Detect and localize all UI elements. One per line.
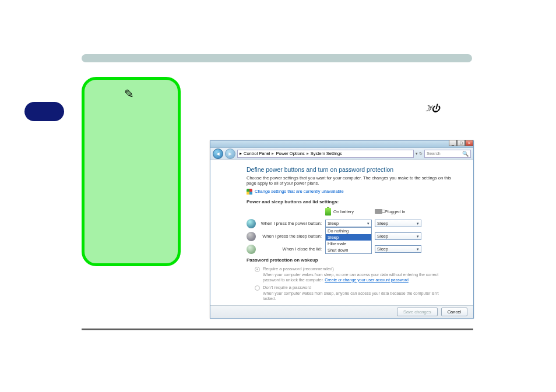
- page-description: Choose the power settings that you want …: [247, 175, 451, 186]
- sleep-button-plugged-dropdown[interactable]: Sleep ▾: [375, 232, 421, 240]
- chevron-right-icon: ▸: [272, 151, 274, 156]
- row-label: When I close the lid:: [259, 246, 325, 252]
- sleep-power-glyph-icon: ☽/⏻: [423, 103, 439, 114]
- radio-button: [255, 267, 260, 272]
- radio-label: Require a password (recommended): [263, 266, 334, 271]
- radio-dont-require-password: Don't require a password: [255, 285, 451, 291]
- explorer-nav-bar: ◄ ► ▸ Control Panel ▸ Power Options ▸ Sy…: [210, 148, 473, 160]
- chevron-down-icon: ▾: [417, 234, 419, 239]
- breadcrumb-root-icon: ▸: [240, 151, 242, 156]
- dropdown-option[interactable]: Sleep: [326, 234, 371, 241]
- dropdown-value: Sleep: [377, 246, 388, 252]
- chevron-right-icon: ▸: [307, 151, 309, 156]
- chevron-down-icon: ▾: [417, 221, 419, 226]
- column-label-battery: On battery: [333, 209, 354, 214]
- radio-require-password: Require a password (recommended): [255, 266, 451, 272]
- note-callout-box: ✎: [82, 77, 181, 266]
- window-close-button[interactable]: ×: [465, 140, 473, 146]
- row-label: When I press the power button:: [259, 221, 325, 226]
- radio-label: Don't require a password: [263, 285, 311, 290]
- sleep-button-icon: [247, 232, 256, 241]
- change-unavailable-settings-link[interactable]: Change settings that are currently unava…: [255, 189, 344, 194]
- dropdown-value: Sleep: [377, 234, 388, 239]
- uac-shield-icon: [247, 189, 252, 195]
- section-heading-password: Password protection on wakeup: [247, 257, 451, 263]
- breadcrumb-item[interactable]: Power Options: [276, 151, 304, 156]
- column-label-plugged: Plugged in: [385, 209, 405, 214]
- search-placeholder: Search: [427, 151, 441, 156]
- lid-plugged-dropdown[interactable]: Sleep ▾: [375, 245, 421, 253]
- chevron-down-icon: ▾: [367, 221, 370, 226]
- power-button-icon: [247, 219, 256, 228]
- save-changes-button[interactable]: Save changes: [397, 308, 438, 316]
- row-label: When I press the sleep button:: [259, 234, 325, 239]
- row-power-button: When I press the power button: Sleep ▾ D…: [247, 219, 451, 228]
- column-headers: On battery Plugged in: [247, 208, 451, 216]
- search-icon: 🔍: [462, 151, 469, 157]
- breadcrumb-item[interactable]: Control Panel: [244, 151, 270, 156]
- section-heading-buttons-lid: Power and sleep buttons and lid settings…: [247, 199, 451, 204]
- refresh-icon[interactable]: ▾ ↻: [416, 151, 423, 156]
- nav-back-button[interactable]: ◄: [213, 149, 223, 159]
- dropdown-option[interactable]: Do nothing: [326, 228, 371, 234]
- window-minimize-button[interactable]: _: [449, 140, 457, 146]
- power-button-battery-dropdown[interactable]: Sleep ▾ Do nothing Sleep Hibernate Shut …: [325, 220, 372, 227]
- chevron-down-icon: ▾: [417, 247, 419, 252]
- system-settings-window: _ □ × ◄ ► ▸ Control Panel ▸ Power Option…: [210, 140, 474, 319]
- dropdown-option[interactable]: Hibernate: [326, 241, 371, 247]
- window-footer: Save changes Cancel: [210, 305, 473, 318]
- lid-icon: [247, 245, 256, 254]
- breadcrumb-item[interactable]: System Settings: [311, 151, 342, 156]
- dropdown-menu: Do nothing Sleep Hibernate Shut down: [325, 227, 372, 254]
- dropdown-value: Sleep: [328, 221, 339, 226]
- dropdown-option[interactable]: Shut down: [326, 247, 371, 253]
- nav-forward-button[interactable]: ►: [225, 149, 235, 159]
- window-titlebar[interactable]: _ □ ×: [210, 141, 473, 148]
- radio-description: When your computer wakes from sleep, no …: [263, 273, 444, 283]
- breadcrumb[interactable]: ▸ Control Panel ▸ Power Options ▸ System…: [237, 150, 414, 158]
- header-divider: [82, 54, 472, 62]
- side-tab-marker: [24, 102, 64, 121]
- page-title: Define power buttons and turn on passwor…: [247, 166, 451, 173]
- dropdown-value: Sleep: [377, 221, 388, 226]
- plug-icon: [375, 209, 382, 214]
- power-button-plugged-dropdown[interactable]: Sleep ▾: [375, 220, 421, 227]
- settings-body: Define power buttons and turn on passwor…: [210, 160, 473, 305]
- cancel-button[interactable]: Cancel: [441, 308, 467, 316]
- window-maximize-button[interactable]: □: [457, 140, 465, 146]
- battery-icon: [325, 208, 331, 216]
- pencil-icon: ✎: [124, 87, 134, 101]
- search-input[interactable]: Search 🔍: [424, 150, 471, 158]
- footer-divider: [82, 329, 473, 330]
- radio-button: [255, 285, 260, 291]
- create-password-link[interactable]: Create or change your user account passw…: [325, 278, 409, 282]
- radio-description: When your computer wakes from sleep, any…: [263, 291, 444, 302]
